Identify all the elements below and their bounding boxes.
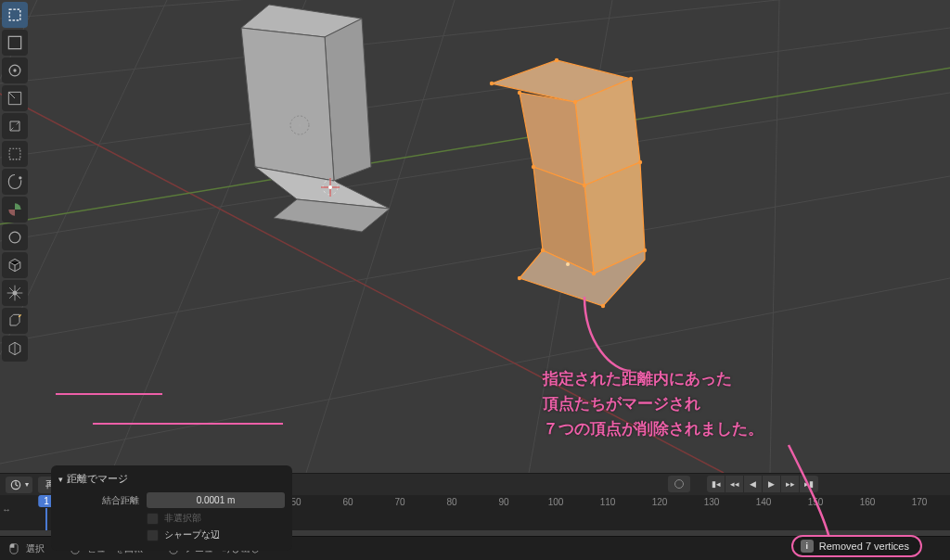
tool-shelf [2, 2, 28, 362]
svg-point-42 [541, 248, 545, 252]
timeline-editor-icon[interactable]: ▾ [6, 477, 32, 493]
tool-select-box[interactable] [2, 2, 28, 28]
info-message-text: Removed 7 vertices [819, 541, 909, 552]
timeline-scroll-icon[interactable]: ↔ [2, 504, 13, 515]
merge-distance-label: 結合距離 [58, 494, 147, 507]
tool-loop-cut[interactable] [2, 336, 28, 362]
svg-marker-17 [241, 28, 334, 181]
timeline-tick: 150 [808, 497, 824, 507]
play-button[interactable]: ▶ [763, 476, 781, 492]
svg-point-39 [532, 165, 535, 169]
tool-rotate[interactable] [2, 85, 28, 111]
tool-annotate[interactable] [2, 169, 28, 195]
svg-point-43 [601, 304, 605, 308]
timeline-tick: 140 [756, 497, 772, 507]
timeline-tick: 80 [446, 497, 456, 507]
svg-point-33 [555, 58, 558, 62]
svg-point-36 [518, 91, 521, 95]
annotation-underline [93, 423, 283, 425]
svg-point-40 [643, 248, 647, 252]
svg-point-52 [9, 232, 20, 243]
svg-rect-50 [9, 148, 20, 159]
tool-move[interactable] [2, 57, 28, 83]
annotation-underline [56, 393, 162, 395]
svg-rect-0 [0, 0, 950, 473]
annotation-text: 指定された距離内にあった 頂点たちがマージされ ７つの頂点が削除されました。 [543, 366, 764, 442]
operator-header[interactable]: ▾ 距離でマージ [51, 469, 292, 490]
svg-point-45 [566, 262, 570, 266]
svg-point-41 [592, 272, 596, 275]
tool-extrude[interactable] [2, 252, 28, 278]
svg-line-56 [16, 485, 18, 486]
timeline-tick: 170 [912, 497, 928, 507]
timeline-tick: 70 [394, 497, 404, 507]
svg-point-35 [573, 100, 577, 104]
sharp-edges-checkbox[interactable] [147, 529, 159, 541]
timeline-tick: 110 [600, 497, 616, 507]
svg-point-37 [638, 160, 642, 164]
svg-point-23 [328, 185, 332, 189]
info-message-bubble: i Removed 7 vertices [791, 535, 922, 557]
next-keyframe-button[interactable]: ▸▸ [781, 476, 800, 492]
timeline-tick: 120 [652, 497, 668, 507]
prev-keyframe-button[interactable]: ◂◂ [725, 476, 744, 492]
svg-point-38 [583, 184, 586, 187]
svg-point-25 [299, 124, 302, 127]
svg-point-49 [13, 69, 16, 71]
timeline-tick: 100 [548, 497, 564, 507]
chevron-down-icon: ▾ [58, 475, 63, 484]
timeline-tick: 130 [704, 497, 720, 507]
play-reverse-button[interactable]: ◀ [744, 476, 763, 492]
unselected-checkbox-label: 非選択部 [164, 512, 201, 525]
svg-point-32 [490, 82, 494, 85]
mouse-left-icon [7, 542, 20, 555]
tool-transform[interactable] [2, 141, 28, 167]
3d-viewport[interactable] [0, 0, 950, 473]
svg-point-51 [19, 176, 21, 179]
tool-cursor[interactable] [2, 30, 28, 56]
timeline-tick: 160 [860, 497, 876, 507]
jump-to-start-button[interactable]: ▮◂ [707, 476, 725, 492]
merge-distance-field[interactable]: 0.0001 m [147, 492, 285, 508]
timeline-tick: 60 [342, 497, 353, 507]
playback-controls: ▮◂ ◂◂ ◀ ▶ ▸▸ ▸▮ [668, 476, 818, 492]
operator-title: 距離でマージ [67, 472, 128, 486]
svg-point-34 [629, 77, 633, 81]
svg-point-53 [13, 291, 18, 296]
unselected-checkbox[interactable] [147, 513, 159, 525]
svg-point-44 [518, 276, 521, 280]
tool-add-cube[interactable] [2, 224, 28, 250]
scene-svg [0, 0, 950, 473]
sharp-edges-checkbox-label: シャープな辺 [164, 528, 220, 541]
tool-measure[interactable] [2, 197, 28, 223]
info-icon: i [801, 540, 814, 553]
timeline-tick: 50 [290, 497, 301, 507]
timeline-tick: 90 [498, 497, 508, 507]
svg-rect-47 [8, 36, 20, 48]
tool-bevel[interactable] [2, 308, 28, 334]
tool-scale[interactable] [2, 113, 28, 139]
svg-rect-46 [9, 9, 20, 20]
jump-to-end-button[interactable]: ▸▮ [800, 476, 818, 492]
tool-inset[interactable] [2, 280, 28, 306]
auto-keyframe-toggle[interactable] [668, 476, 690, 492]
operator-panel: ▾ 距離でマージ 結合距離 0.0001 m 非選択部 シャープな辺 [51, 465, 292, 551]
status-select-label: 選択 [26, 542, 45, 555]
